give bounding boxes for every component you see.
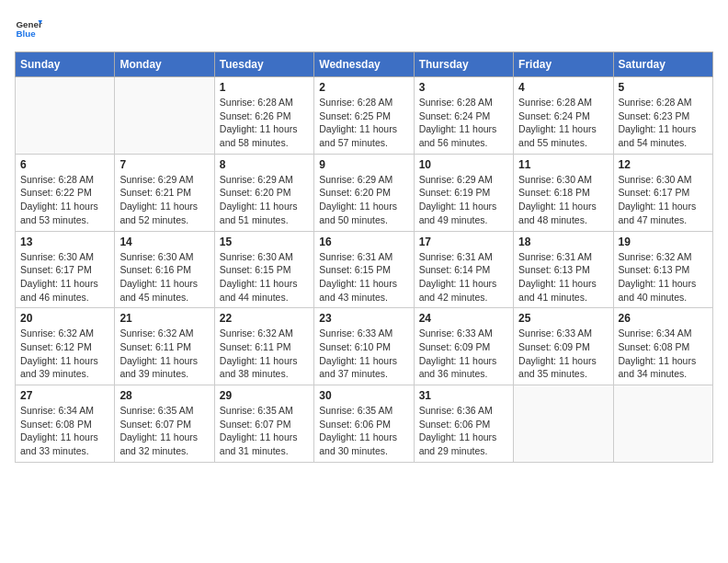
day-info: Sunrise: 6:32 AMSunset: 6:11 PMDaylight:… [119, 327, 209, 381]
calendar-day-2: 2Sunrise: 6:28 AMSunset: 6:25 PMDaylight… [314, 77, 414, 155]
day-number: 28 [119, 389, 209, 402]
calendar-table: SundayMondayTuesdayWednesdayThursdayFrid… [15, 52, 713, 463]
page-header: General Blue [15, 15, 713, 42]
day-number: 15 [220, 236, 309, 248]
day-number: 24 [419, 312, 508, 325]
day-info: Sunrise: 6:30 AMSunset: 6:17 PMDaylight:… [20, 250, 109, 304]
day-number: 3 [419, 81, 508, 94]
day-number: 13 [20, 236, 109, 248]
calendar-week-3: 13Sunrise: 6:30 AMSunset: 6:17 PMDayligh… [16, 231, 713, 308]
day-info: Sunrise: 6:33 AMSunset: 6:10 PMDaylight:… [319, 327, 408, 381]
calendar-day-empty [16, 77, 115, 155]
day-info: Sunrise: 6:34 AMSunset: 6:08 PMDaylight:… [619, 327, 708, 381]
calendar-day-28: 28Sunrise: 6:35 AMSunset: 6:07 PMDayligh… [115, 385, 214, 463]
calendar-day-25: 25Sunrise: 6:33 AMSunset: 6:09 PMDayligh… [514, 308, 613, 385]
calendar-day-26: 26Sunrise: 6:34 AMSunset: 6:08 PMDayligh… [613, 308, 712, 385]
calendar-day-30: 30Sunrise: 6:35 AMSunset: 6:06 PMDayligh… [314, 385, 414, 463]
day-info: Sunrise: 6:31 AMSunset: 6:15 PMDaylight:… [319, 250, 408, 304]
day-number: 8 [220, 158, 309, 171]
day-number: 4 [518, 81, 608, 94]
day-header-wednesday: Wednesday [314, 52, 414, 77]
day-number: 22 [220, 312, 309, 325]
logo: General Blue [15, 15, 42, 42]
day-info: Sunrise: 6:33 AMSunset: 6:09 PMDaylight:… [419, 327, 508, 381]
day-number: 19 [619, 236, 708, 248]
day-info: Sunrise: 6:30 AMSunset: 6:18 PMDaylight:… [518, 173, 608, 227]
calendar-day-15: 15Sunrise: 6:30 AMSunset: 6:15 PMDayligh… [214, 231, 313, 308]
calendar-day-6: 6Sunrise: 6:28 AMSunset: 6:22 PMDaylight… [16, 154, 115, 231]
day-info: Sunrise: 6:35 AMSunset: 6:06 PMDaylight:… [319, 404, 408, 458]
day-info: Sunrise: 6:30 AMSunset: 6:16 PMDaylight:… [119, 250, 209, 304]
day-info: Sunrise: 6:29 AMSunset: 6:20 PMDaylight:… [319, 173, 408, 227]
calendar-day-19: 19Sunrise: 6:32 AMSunset: 6:13 PMDayligh… [613, 231, 712, 308]
day-number: 12 [619, 158, 708, 171]
calendar-day-23: 23Sunrise: 6:33 AMSunset: 6:10 PMDayligh… [314, 308, 414, 385]
day-number: 31 [419, 389, 508, 402]
day-info: Sunrise: 6:32 AMSunset: 6:11 PMDaylight:… [220, 327, 309, 381]
calendar-week-2: 6Sunrise: 6:28 AMSunset: 6:22 PMDaylight… [16, 154, 713, 231]
calendar-day-empty [613, 385, 712, 463]
calendar-day-4: 4Sunrise: 6:28 AMSunset: 6:24 PMDaylight… [514, 77, 613, 155]
day-number: 6 [20, 158, 109, 171]
calendar-day-29: 29Sunrise: 6:35 AMSunset: 6:07 PMDayligh… [214, 385, 313, 463]
day-number: 10 [419, 158, 508, 171]
calendar-week-4: 20Sunrise: 6:32 AMSunset: 6:12 PMDayligh… [16, 308, 713, 385]
calendar-header-row: SundayMondayTuesdayWednesdayThursdayFrid… [16, 52, 713, 77]
day-number: 1 [220, 81, 309, 94]
day-info: Sunrise: 6:28 AMSunset: 6:22 PMDaylight:… [20, 173, 109, 227]
day-number: 23 [319, 312, 408, 325]
calendar-day-12: 12Sunrise: 6:30 AMSunset: 6:17 PMDayligh… [613, 154, 712, 231]
day-info: Sunrise: 6:30 AMSunset: 6:15 PMDaylight:… [220, 250, 309, 304]
day-number: 20 [20, 312, 109, 325]
day-number: 5 [619, 81, 708, 94]
day-header-thursday: Thursday [414, 52, 513, 77]
day-number: 25 [518, 312, 608, 325]
day-header-tuesday: Tuesday [214, 52, 313, 77]
svg-text:Blue: Blue [17, 29, 37, 39]
day-number: 18 [518, 236, 608, 248]
day-header-friday: Friday [514, 52, 613, 77]
day-info: Sunrise: 6:31 AMSunset: 6:14 PMDaylight:… [419, 250, 508, 304]
day-number: 30 [319, 389, 408, 402]
day-info: Sunrise: 6:35 AMSunset: 6:07 PMDaylight:… [119, 404, 209, 458]
calendar-day-21: 21Sunrise: 6:32 AMSunset: 6:11 PMDayligh… [115, 308, 214, 385]
calendar-day-10: 10Sunrise: 6:29 AMSunset: 6:19 PMDayligh… [414, 154, 513, 231]
day-info: Sunrise: 6:29 AMSunset: 6:20 PMDaylight:… [220, 173, 309, 227]
calendar-day-empty [115, 77, 214, 155]
day-info: Sunrise: 6:32 AMSunset: 6:13 PMDaylight:… [619, 250, 708, 304]
calendar-week-5: 27Sunrise: 6:34 AMSunset: 6:08 PMDayligh… [16, 385, 713, 463]
day-info: Sunrise: 6:28 AMSunset: 6:24 PMDaylight:… [419, 96, 508, 150]
calendar-day-7: 7Sunrise: 6:29 AMSunset: 6:21 PMDaylight… [115, 154, 214, 231]
calendar-day-18: 18Sunrise: 6:31 AMSunset: 6:13 PMDayligh… [514, 231, 613, 308]
calendar-week-1: 1Sunrise: 6:28 AMSunset: 6:26 PMDaylight… [16, 77, 713, 155]
day-number: 14 [119, 236, 209, 248]
calendar-day-8: 8Sunrise: 6:29 AMSunset: 6:20 PMDaylight… [214, 154, 313, 231]
day-info: Sunrise: 6:28 AMSunset: 6:24 PMDaylight:… [518, 96, 608, 150]
day-info: Sunrise: 6:28 AMSunset: 6:26 PMDaylight:… [220, 96, 309, 150]
calendar-day-13: 13Sunrise: 6:30 AMSunset: 6:17 PMDayligh… [16, 231, 115, 308]
calendar-day-empty [514, 385, 613, 463]
day-number: 9 [319, 158, 408, 171]
day-number: 7 [119, 158, 209, 171]
day-number: 29 [220, 389, 309, 402]
calendar-day-5: 5Sunrise: 6:28 AMSunset: 6:23 PMDaylight… [613, 77, 712, 155]
calendar-day-1: 1Sunrise: 6:28 AMSunset: 6:26 PMDaylight… [214, 77, 313, 155]
calendar-day-14: 14Sunrise: 6:30 AMSunset: 6:16 PMDayligh… [115, 231, 214, 308]
day-header-monday: Monday [115, 52, 214, 77]
day-header-sunday: Sunday [16, 52, 115, 77]
day-info: Sunrise: 6:28 AMSunset: 6:25 PMDaylight:… [319, 96, 408, 150]
day-info: Sunrise: 6:28 AMSunset: 6:23 PMDaylight:… [619, 96, 708, 150]
day-info: Sunrise: 6:30 AMSunset: 6:17 PMDaylight:… [619, 173, 708, 227]
calendar-day-3: 3Sunrise: 6:28 AMSunset: 6:24 PMDaylight… [414, 77, 513, 155]
day-number: 21 [119, 312, 209, 325]
calendar-day-9: 9Sunrise: 6:29 AMSunset: 6:20 PMDaylight… [314, 154, 414, 231]
calendar-day-24: 24Sunrise: 6:33 AMSunset: 6:09 PMDayligh… [414, 308, 513, 385]
calendar-day-17: 17Sunrise: 6:31 AMSunset: 6:14 PMDayligh… [414, 231, 513, 308]
calendar-day-11: 11Sunrise: 6:30 AMSunset: 6:18 PMDayligh… [514, 154, 613, 231]
day-number: 16 [319, 236, 408, 248]
day-info: Sunrise: 6:36 AMSunset: 6:06 PMDaylight:… [419, 404, 508, 458]
day-number: 11 [518, 158, 608, 171]
day-info: Sunrise: 6:33 AMSunset: 6:09 PMDaylight:… [518, 327, 608, 381]
day-info: Sunrise: 6:34 AMSunset: 6:08 PMDaylight:… [20, 404, 109, 458]
calendar-day-16: 16Sunrise: 6:31 AMSunset: 6:15 PMDayligh… [314, 231, 414, 308]
